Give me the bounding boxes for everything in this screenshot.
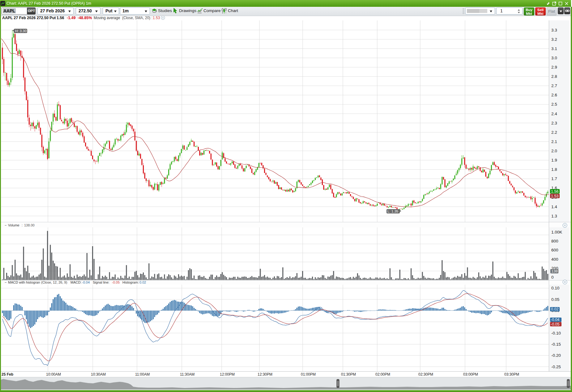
svg-text:1.56: 1.56 [551, 189, 558, 194]
svg-text:25 Feb: 25 Feb [2, 372, 13, 377]
svg-text:1.00K: 1.00K [551, 230, 562, 234]
svg-text:1.3: 1.3 [551, 214, 557, 218]
svg-text:1.7: 1.7 [551, 176, 557, 181]
svg-text:2.7: 2.7 [551, 83, 557, 88]
svg-text:2.6: 2.6 [551, 93, 557, 97]
svg-text:Moving average(Close, SMA, 20): Moving average(Close, SMA, 20) :1.53 [94, 16, 160, 20]
svg-text:1.9: 1.9 [551, 158, 557, 162]
svg-text:2.0: 2.0 [551, 149, 557, 153]
svg-text:0.10: 0.10 [551, 286, 559, 290]
svg-text:-0.05: -0.05 [551, 322, 560, 327]
svg-text:2.4: 2.4 [551, 112, 557, 116]
svg-text:11:00AM: 11:00AM [135, 372, 150, 377]
svg-text:1.4: 1.4 [551, 204, 557, 209]
svg-text:0: 0 [551, 275, 554, 280]
svg-text:L: 1.35: L: 1.35 [387, 209, 398, 213]
svg-text:-0.20: -0.20 [551, 353, 561, 358]
svg-text:2.3: 2.3 [551, 121, 557, 125]
svg-text:138: 138 [551, 269, 558, 273]
svg-text:3.3: 3.3 [551, 28, 557, 32]
svg-text:01:00PM: 01:00PM [301, 372, 316, 377]
svg-text:3.2: 3.2 [551, 37, 557, 42]
svg-text:02:30PM: 02:30PM [418, 372, 433, 377]
svg-text:03:30PM: 03:30PM [504, 372, 519, 377]
svg-text:2.5: 2.5 [551, 102, 557, 107]
svg-text:2.9: 2.9 [551, 65, 557, 70]
svg-text:-0.15: -0.15 [551, 342, 561, 347]
svg-text:800: 800 [551, 239, 558, 243]
svg-text:2.2: 2.2 [551, 130, 557, 135]
svg-text:3.1: 3.1 [551, 46, 557, 51]
svg-text:12:30PM: 12:30PM [258, 372, 272, 377]
svg-text:3.0: 3.0 [551, 56, 557, 60]
svg-text:-0.25: -0.25 [551, 365, 561, 369]
svg-text:H: 3.30: H: 3.30 [15, 29, 27, 33]
svg-text:-0.04: -0.04 [551, 318, 560, 322]
svg-text:0.05: 0.05 [551, 297, 559, 302]
svg-text:03:00PM: 03:00PM [463, 372, 478, 377]
svg-text:400: 400 [551, 257, 558, 262]
svg-text:10:00AM: 10:00AM [46, 372, 61, 377]
svg-text:2.1: 2.1 [551, 139, 557, 144]
svg-text:1.8: 1.8 [551, 167, 557, 172]
svg-text:AAPL 27 Feb 2026 272.50 Put1.5: AAPL 27 Feb 2026 272.50 Put1.56-1.49-48.… [2, 16, 92, 20]
svg-text:−MACD with histogran(Close, 12: −MACD with histogran(Close, 12, 26, 9)MA… [5, 280, 146, 284]
svg-text:10:30AM: 10:30AM [91, 372, 106, 377]
svg-text:02:00PM: 02:00PM [375, 372, 390, 377]
svg-text:11:30AM: 11:30AM [180, 372, 194, 377]
svg-text:2.8: 2.8 [551, 74, 557, 79]
svg-text:01:30PM: 01:30PM [341, 372, 356, 377]
svg-text:-0.10: -0.10 [551, 331, 561, 335]
svg-text:1.53: 1.53 [551, 194, 558, 198]
svg-text:600: 600 [551, 248, 558, 252]
svg-text:0.02: 0.02 [551, 307, 558, 311]
svg-text:12:00PM: 12:00PM [220, 372, 235, 377]
